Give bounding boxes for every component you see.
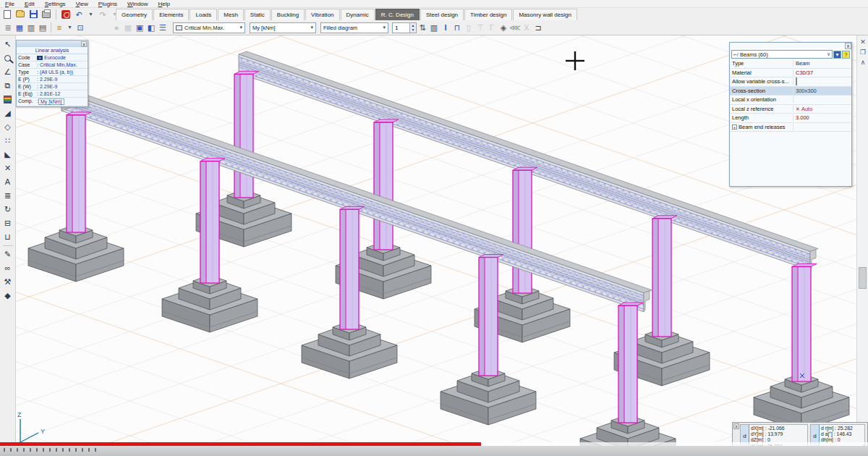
open-file-icon[interactable] [14,9,26,20]
property-value [793,78,851,85]
copy-options-icon[interactable]: ⧉ [1,79,14,92]
menu-view[interactable]: View [71,0,93,8]
move-icon[interactable]: ✕ [1,161,14,174]
mesh-dots-icon[interactable]: ∷ [1,134,14,147]
tee-section-icon[interactable]: ⊤ [475,22,486,33]
table-icon[interactable]: ▥ [25,22,37,33]
property-row-type[interactable]: TypeBeam [730,59,851,69]
tab-timber-design[interactable]: Timber design [464,9,512,20]
video-progress-remaining[interactable] [481,442,868,446]
tab-dynamic[interactable]: Dynamic [341,9,375,20]
tab-elements[interactable]: Elements [153,9,189,20]
reinforcement-bars-icon[interactable]: ▥ [428,22,440,33]
solid-diamond-icon[interactable]: ◆ [1,289,14,302]
sheets-icon[interactable]: ≣ [1,189,14,202]
collapse-icon[interactable]: ∧ [857,59,868,66]
save-file-icon[interactable] [27,9,39,20]
property-row-local-x-orientation[interactable]: Local x orientation [730,96,851,105]
undo-icon[interactable]: ↶ [73,9,85,20]
checkbox[interactable] [796,77,797,85]
support-design-icon[interactable]: ⊓ [451,22,463,33]
info-value: : 2.29E-9 [37,84,57,89]
tools-wrench-icon[interactable]: ⚒ [1,275,14,288]
beam-design-icon[interactable]: I [440,22,451,33]
layers-icon[interactable]: ≣ [2,22,14,33]
video-progress-played[interactable] [0,442,481,446]
close-icon[interactable]: x [733,423,739,429]
property-row-length[interactable]: Length3.000 [730,114,851,123]
menu-window[interactable]: Window [122,0,153,8]
tab-geometry[interactable]: Geometry [116,9,153,20]
scale-spinner[interactable]: 1▲▼ [392,22,417,33]
display-options-icon[interactable]: ∞ [1,261,14,274]
property-row-cross-section[interactable]: Cross-section300x300 [730,87,851,96]
property-row-local-z-reference[interactable]: Local z reference✕Auto [730,105,851,114]
display-mode-combo[interactable]: Filled diagram▾ [320,22,388,33]
tab-mesh[interactable]: Mesh [218,9,244,20]
grid-display-icon[interactable]: ▦ [122,22,134,33]
polyline-icon[interactable]: ⊔ [1,230,14,243]
selection-combo[interactable]: ⌐/ Beams (60) ∨ [731,50,833,59]
section-modulus-icon[interactable]: X [521,22,532,33]
table-browser-icon[interactable]: ▦ [14,22,25,33]
expand-icon[interactable]: + [732,124,737,130]
solid-view-icon[interactable]: ◈ [498,22,509,33]
menu-help[interactable]: Help [153,0,175,8]
scrollbar-thumb[interactable] [859,267,867,289]
pdf-export-icon[interactable] [60,9,72,20]
spinner-down-icon[interactable]: ▼ [410,28,416,33]
menu-edit[interactable]: Edit [20,0,40,8]
rotate-icon[interactable]: ↻ [1,203,14,216]
help-button[interactable]: ? [842,51,850,59]
result-tables-icon[interactable]: ☰ [157,22,169,33]
menu-settings[interactable]: Settings [40,0,71,8]
tab-steel-design[interactable]: Steel design [420,9,464,20]
tab-buckling[interactable]: Buckling [271,9,305,20]
tab-static[interactable]: Static [244,9,271,20]
text-label-icon[interactable]: A [1,175,14,188]
info-window-titlebar[interactable]: x [17,41,88,47]
close-icon[interactable]: x [845,43,851,49]
tab-masonry-wall-design[interactable]: Masonry wall design [513,9,576,20]
color-coding-icon[interactable] [1,93,14,106]
circle-display-icon[interactable]: ● [111,22,122,33]
parts-icon[interactable]: ◧ [145,22,157,33]
menu-plugins[interactable]: Plugins [93,0,122,8]
result-case-combo[interactable]: Critical Min,Max.▾ [173,22,245,33]
component-combo[interactable]: My [kNm]▾ [250,22,316,33]
views-icon[interactable]: ∠ [1,65,14,78]
drawings-library-icon[interactable]: ≡ [54,22,65,33]
tab-r-c-design[interactable]: R. C. Design [375,9,420,20]
library-dropdown-icon[interactable]: ▾ [65,22,75,33]
display-icon[interactable]: ⊡ [75,22,86,33]
print-icon[interactable] [41,9,52,20]
restore-icon[interactable]: ❐ [857,48,868,56]
redo-icon[interactable]: ↷ [97,9,109,20]
pencil-edit-icon[interactable]: ✎ [1,248,14,261]
undo-dropdown-icon[interactable]: ▾ [86,9,95,20]
close-icon[interactable]: ✕ [857,38,868,46]
stacked-layers-icon[interactable]: ⋘ [509,22,521,33]
node-icon[interactable]: ◇ [1,120,14,133]
menu-file[interactable]: File [0,0,20,8]
zoom-icon[interactable] [1,51,14,64]
close-icon[interactable]: x [81,41,87,47]
svg-text:Z: Z [17,411,22,418]
corner-section-icon[interactable]: Γ [486,22,498,33]
column-check-icon[interactable]: ▯ [463,22,475,33]
select-cursor-icon[interactable]: ↖ [1,38,14,51]
minmax-scale-icon[interactable]: ⇅ [417,22,428,33]
section-icon[interactable]: ⊟ [1,216,14,229]
property-row-beam-end-releases[interactable]: +Beam end releases [730,123,851,132]
property-row-allow-variable-cross-s-[interactable]: Allow variable cross-s... [730,77,851,87]
property-row-material[interactable]: MaterialC30/37 [730,69,851,78]
report-maker-icon[interactable]: ▤ [37,22,48,33]
tab-loads[interactable]: Loads [190,9,217,20]
geometry-check-icon[interactable]: ◣ [1,148,14,161]
filter-button[interactable]: ▼ [833,51,841,59]
dotted-rect-icon[interactable]: ▣ [134,22,145,33]
tab-vibration[interactable]: Vibration [305,9,339,20]
rotate-model-icon[interactable]: ⊐ [532,22,544,33]
dimension-icon[interactable]: ◢ [1,106,14,119]
new-file-icon[interactable] [1,9,13,20]
